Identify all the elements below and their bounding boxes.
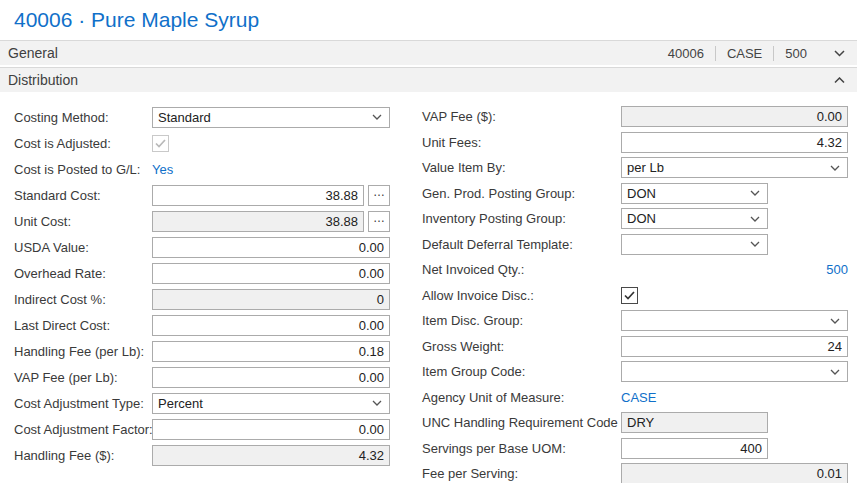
unc-handling-requirement-input — [621, 412, 768, 433]
fee-per-serving-input — [621, 463, 848, 483]
field-label: Item Disc. Group: — [422, 313, 621, 328]
handling-fee-per-lb-input[interactable] — [152, 341, 390, 362]
check-icon — [155, 139, 166, 148]
field-label: Unit Fees: — [422, 135, 621, 150]
check-icon — [624, 291, 635, 300]
field-row-vap-fee-per-lb: VAP Fee (per Lb): — [14, 364, 390, 390]
assist-edit-button[interactable]: … — [368, 211, 390, 232]
field-row-handling-fee-per-lb: Handling Fee (per Lb): — [14, 338, 390, 364]
cost-posted-to-gl-link[interactable]: Yes — [152, 162, 173, 177]
form-column-right: VAP Fee ($): Unit Fees: Value Item By: p… — [422, 104, 848, 483]
gen-prod-posting-group-select[interactable]: DON — [621, 183, 768, 204]
chevron-down-icon — [372, 400, 382, 406]
servings-per-base-uom-input[interactable] — [621, 438, 768, 459]
field-label: Handling Fee (per Lb): — [14, 344, 152, 359]
section-header-distribution[interactable]: Distribution — [0, 67, 857, 92]
section-distribution-label: Distribution — [8, 72, 78, 88]
field-row-allow-invoice-disc: Allow Invoice Disc.: — [422, 283, 848, 309]
field-label: Overhead Rate: — [14, 266, 152, 281]
distribution-form: Costing Method: Standard Cost is Adjuste… — [0, 94, 857, 483]
field-label: VAP Fee (per Lb): — [14, 370, 152, 385]
section-header-general[interactable]: General 40006 CASE 500 — [0, 40, 857, 65]
field-row-item-group-code: Item Group Code: — [422, 359, 848, 385]
field-label: Handling Fee ($): — [14, 448, 152, 463]
field-label: Last Direct Cost: — [14, 318, 152, 333]
chevron-down-icon — [750, 241, 760, 247]
chevron-down-icon — [830, 369, 840, 375]
field-row-overhead-rate: Overhead Rate: — [14, 260, 390, 286]
general-summary: 40006 CASE 500 — [657, 46, 818, 61]
field-row-cost-adjustment-type: Cost Adjustment Type: Percent — [14, 390, 390, 416]
chevron-down-icon — [830, 165, 840, 171]
last-direct-cost-input[interactable] — [152, 315, 390, 336]
field-row-default-deferral-template: Default Deferral Template: — [422, 232, 848, 258]
cost-adjustment-factor-input[interactable] — [152, 419, 390, 440]
vap-fee-per-lb-input[interactable] — [152, 367, 390, 388]
assist-edit-button[interactable]: … — [368, 185, 390, 206]
field-label: Indirect Cost %: — [14, 292, 152, 307]
field-row-costing-method: Costing Method: Standard — [14, 104, 390, 130]
handling-fee-total-input — [152, 445, 390, 466]
cost-adjustment-type-select[interactable]: Percent — [152, 393, 390, 414]
field-label: Fee per Serving: — [422, 466, 621, 481]
field-label: Agency Unit of Measure: — [422, 390, 621, 405]
item-group-code-select[interactable] — [621, 361, 848, 382]
field-row-net-invoiced-qty: Net Invoiced Qty.: 500 — [422, 257, 848, 283]
value-item-by-select[interactable]: per Lb — [621, 157, 848, 178]
title-bar: 40006 · Pure Maple Syrup — [0, 0, 857, 40]
field-row-item-disc-group: Item Disc. Group: — [422, 308, 848, 334]
field-label: Value Item By: — [422, 160, 621, 175]
field-label: Default Deferral Template: — [422, 237, 621, 252]
net-invoiced-qty-link[interactable]: 500 — [826, 262, 848, 277]
chevron-down-icon — [372, 114, 382, 120]
field-row-handling-fee-total: Handling Fee ($): — [14, 442, 390, 468]
inventory-posting-group-select[interactable]: DON — [621, 208, 768, 229]
field-label: Inventory Posting Group: — [422, 211, 621, 226]
field-row-cost-posted: Cost is Posted to G/L: Yes — [14, 156, 390, 182]
field-label: Gross Weight: — [422, 339, 621, 354]
chevron-down-icon — [830, 318, 840, 324]
field-row-indirect-cost: Indirect Cost %: — [14, 286, 390, 312]
field-row-gen-prod-posting-group: Gen. Prod. Posting Group: DON — [422, 181, 848, 207]
field-label: UNC Handling Requirement Code : — [422, 415, 621, 430]
field-row-servings-per-base-uom: Servings per Base UOM: — [422, 436, 848, 462]
item-disc-group-select[interactable] — [621, 310, 848, 331]
usda-value-input[interactable] — [152, 237, 390, 258]
field-label: Standard Cost: — [14, 188, 152, 203]
unit-fees-input[interactable] — [621, 132, 848, 153]
field-label: USDA Value: — [14, 240, 152, 255]
field-row-unit-cost: Unit Cost: … — [14, 208, 390, 234]
allow-invoice-disc-checkbox[interactable] — [621, 287, 638, 304]
summary-item-qty: 500 — [773, 46, 818, 61]
default-deferral-template-select[interactable] — [621, 234, 768, 255]
field-row-agency-uom: Agency Unit of Measure: CASE — [422, 385, 848, 411]
standard-cost-input[interactable] — [152, 185, 364, 206]
field-label: Gen. Prod. Posting Group: — [422, 186, 621, 201]
field-row-fee-per-serving: Fee per Serving: — [422, 461, 848, 483]
field-label: Unit Cost: — [14, 214, 152, 229]
field-label: Net Invoiced Qty.: — [422, 262, 621, 277]
field-label: Cost Adjustment Factor: — [14, 422, 152, 437]
field-label: Servings per Base UOM: — [422, 441, 621, 456]
agency-unit-of-measure-link[interactable]: CASE — [621, 390, 656, 405]
indirect-cost-pct-input — [152, 289, 390, 310]
gross-weight-input[interactable] — [621, 336, 848, 357]
field-label: Cost Adjustment Type: — [14, 396, 152, 411]
field-row-cost-is-adjusted: Cost is Adjusted: — [14, 130, 390, 156]
overhead-rate-input[interactable] — [152, 263, 390, 284]
vap-fee-total-input — [621, 106, 848, 127]
chevron-up-icon[interactable] — [834, 77, 845, 84]
field-row-inventory-posting-group: Inventory Posting Group: DON — [422, 206, 848, 232]
field-row-cost-adjustment-factor: Cost Adjustment Factor: — [14, 416, 390, 442]
summary-item-uom: CASE — [715, 46, 773, 61]
field-row-standard-cost: Standard Cost: … — [14, 182, 390, 208]
summary-item-number: 40006 — [657, 46, 715, 61]
field-label: Item Group Code: — [422, 364, 621, 379]
chevron-down-icon[interactable] — [834, 50, 845, 57]
chevron-down-icon — [750, 190, 760, 196]
costing-method-select[interactable]: Standard — [152, 107, 390, 128]
field-row-unc-handling-code: UNC Handling Requirement Code : — [422, 410, 848, 436]
unit-cost-input — [152, 211, 364, 232]
section-general-label: General — [8, 45, 58, 61]
chevron-down-icon — [750, 216, 760, 222]
